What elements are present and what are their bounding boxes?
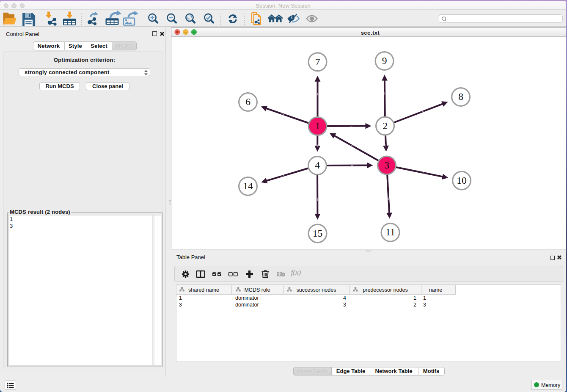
svg-text:6: 6 — [245, 96, 250, 107]
svg-text:3: 3 — [384, 160, 389, 171]
svg-text:10: 10 — [457, 175, 467, 186]
svg-text:7: 7 — [315, 56, 320, 67]
svg-text:9: 9 — [382, 55, 387, 66]
svg-text:15: 15 — [313, 228, 323, 239]
svg-text:1: 1 — [315, 120, 320, 131]
svg-text:4: 4 — [315, 160, 320, 171]
svg-text:11: 11 — [385, 226, 395, 237]
svg-text:2: 2 — [383, 120, 388, 131]
svg-text:8: 8 — [458, 91, 463, 102]
svg-text:14: 14 — [243, 180, 253, 191]
